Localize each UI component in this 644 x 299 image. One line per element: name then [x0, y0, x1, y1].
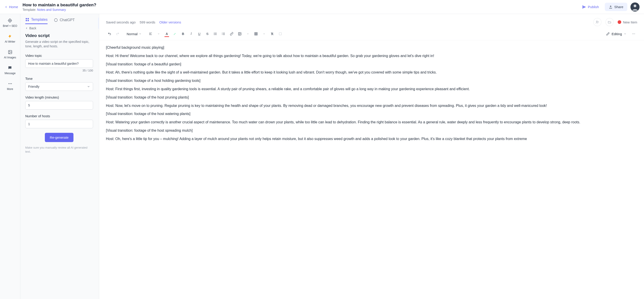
paragraph: Host: First things first, investing in q… — [106, 86, 637, 92]
bold-button[interactable]: B — [179, 30, 186, 38]
svg-point-11 — [8, 83, 9, 84]
numbered-list-button[interactable]: 123 — [220, 30, 227, 38]
svg-point-27 — [214, 34, 214, 34]
undo-button[interactable] — [106, 30, 113, 38]
tab-templates[interactable]: Templates — [25, 18, 48, 24]
image-icon — [8, 50, 12, 55]
disclaimer: Make sure you manually review all AI gen… — [25, 146, 93, 154]
collapse-panel-button[interactable] — [98, 18, 99, 29]
table-button[interactable] — [252, 30, 260, 38]
templates-icon — [25, 18, 29, 22]
paragraph: Host: Now, let's move on to pruning. Reg… — [106, 103, 637, 109]
svg-rect-45 — [279, 33, 282, 35]
chevron-down-icon — [87, 85, 90, 88]
svg-rect-16 — [26, 20, 27, 21]
user-plus-icon — [596, 20, 599, 24]
red-dot-icon — [618, 20, 621, 24]
code-block-button[interactable] — [277, 30, 284, 38]
paragraph: [Visual transition: footage of the host … — [106, 128, 637, 134]
svg-point-18 — [54, 19, 58, 22]
back-link[interactable]: Back — [25, 26, 93, 30]
svg-rect-14 — [26, 18, 27, 19]
paragraph: Host: Watering your garden correctly is … — [106, 120, 637, 125]
home-label: Home — [9, 5, 18, 9]
upload-icon — [609, 5, 612, 9]
text-color-button[interactable]: A — [163, 30, 170, 38]
rail-brief-seo[interactable]: Brief + SEO — [3, 18, 17, 28]
svg-rect-17 — [28, 20, 29, 21]
editing-mode-select[interactable]: Editing — [606, 32, 626, 36]
topic-input[interactable] — [25, 59, 93, 68]
svg-point-3 — [8, 19, 12, 22]
avatar[interactable] — [630, 3, 640, 12]
hosts-input[interactable] — [25, 120, 93, 128]
svg-point-12 — [10, 83, 10, 84]
underline-button[interactable]: U — [196, 30, 203, 38]
pencil-icon — [606, 32, 610, 36]
add-folder-button[interactable] — [606, 18, 614, 26]
paragraph: Host: Oh, here's a little tip for you – … — [106, 136, 637, 142]
word-count: 599 words — [140, 20, 155, 24]
svg-point-38 — [239, 33, 240, 34]
svg-text:3: 3 — [222, 34, 223, 35]
older-versions-link[interactable]: Older versions — [159, 20, 181, 24]
image-chevron[interactable] — [244, 30, 252, 38]
svg-point-2 — [634, 5, 636, 7]
length-label: Video length (minutes) — [25, 95, 93, 99]
strikethrough-button[interactable]: S — [204, 30, 211, 38]
left-rail: Brief + SEO AI Writer AI Images Message … — [0, 14, 20, 299]
length-input[interactable] — [25, 101, 93, 110]
chevron-left-icon — [25, 27, 28, 30]
rail-message[interactable]: Message — [4, 65, 16, 75]
redo-button[interactable] — [114, 30, 121, 38]
topic-label: Video topic — [25, 54, 93, 58]
dots-icon — [8, 81, 12, 86]
paragraph: Host: Hi there! Welcome back to our chan… — [106, 53, 637, 59]
tone-select[interactable]: Friendly — [25, 82, 93, 91]
paragraph: [Visual transition: footage of the host … — [106, 111, 637, 117]
highlight-button[interactable] — [171, 30, 178, 38]
regenerate-button[interactable]: Re-generate — [45, 133, 74, 142]
tab-chatgpt[interactable]: ChatGPT — [54, 18, 75, 24]
paragraph-style-select[interactable]: Normal — [125, 31, 143, 37]
rail-ai-writer[interactable]: AI Writer — [5, 34, 15, 43]
link-button[interactable] — [228, 30, 235, 38]
italic-button[interactable]: I — [188, 30, 195, 38]
publish-button[interactable]: Publish — [579, 3, 602, 11]
svg-point-48 — [634, 34, 635, 34]
chat-icon — [8, 65, 12, 70]
align-chevron[interactable] — [155, 30, 162, 38]
folder-icon — [608, 20, 611, 24]
clear-format-button[interactable] — [268, 30, 276, 38]
svg-point-4 — [10, 20, 10, 21]
document-body[interactable]: [Cheerful background music playing] Host… — [99, 40, 644, 299]
paragraph: [Cheerful background music playing] — [106, 45, 637, 51]
svg-point-25 — [214, 33, 214, 33]
share-button[interactable]: Share — [605, 3, 627, 11]
chevron-left-icon — [4, 6, 8, 9]
rail-ai-images[interactable]: AI Images — [4, 50, 16, 59]
chevron-down-icon — [624, 33, 626, 35]
char-count: 35 / 100 — [25, 69, 93, 72]
section-title: Video script — [25, 33, 93, 38]
svg-point-10 — [9, 51, 10, 52]
template-link[interactable]: Notes and Summary — [37, 8, 66, 12]
chevron-down-icon — [139, 33, 142, 35]
more-toolbar-button[interactable] — [630, 30, 637, 38]
image-button[interactable] — [236, 30, 243, 38]
svg-rect-15 — [28, 18, 29, 19]
bolt-icon — [8, 34, 12, 39]
table-chevron[interactable] — [260, 30, 268, 38]
paragraph: [Visual transition: footage of a host ho… — [106, 78, 637, 84]
send-icon — [582, 5, 586, 9]
rail-more[interactable]: More — [7, 81, 13, 91]
home-link[interactable]: Home — [4, 5, 18, 9]
hosts-label: Number of hosts — [25, 114, 93, 118]
new-item-button[interactable]: New Item — [618, 20, 637, 24]
page-title: How to maintain a beautiful garden? — [22, 3, 575, 8]
target-icon — [8, 18, 12, 23]
bullet-list-button[interactable] — [212, 30, 219, 38]
section-desc: Generate a video script on the specified… — [25, 40, 93, 49]
add-collaborator-button[interactable] — [593, 18, 602, 26]
align-button[interactable] — [147, 30, 154, 38]
